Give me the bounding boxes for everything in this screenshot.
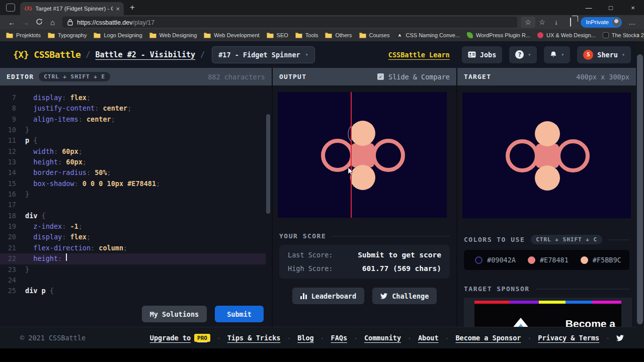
color-swatch[interactable]: #E78481 (528, 256, 569, 264)
bookmark-item[interactable]: Courses (359, 32, 390, 38)
tab-close-icon[interactable]: × (116, 6, 120, 12)
code-line[interactable]: 15 box-shadow: 0 0 0 10px #E78481; (0, 178, 266, 189)
learn-link[interactable]: CSSBattle Learn (388, 51, 450, 59)
line-number: 9 (0, 114, 16, 125)
code-token: ; (107, 167, 111, 178)
target-render (462, 93, 631, 218)
downloads-icon[interactable]: ↓ (549, 18, 564, 26)
code-line[interactable]: 9 align-items: center; (0, 114, 266, 125)
target-canvas[interactable] (462, 93, 631, 218)
close-button[interactable]: × (622, 0, 644, 15)
address-bar[interactable]: https://cssbattle.dev/play/17 (62, 17, 517, 28)
maximize-button[interactable]: □ (600, 0, 622, 15)
page-scrollbar[interactable] (636, 41, 644, 348)
footer-link[interactable]: Blog (297, 334, 314, 342)
code-line[interactable]: 12 width: 60px; (0, 146, 266, 157)
bookmark-item[interactable]: Web Development (204, 32, 259, 38)
bookmark-item[interactable]: WordPress Plugin R... (467, 32, 530, 38)
footer-links: Upgrade toPRO·Tips & Tricks·Blog·FAQs·Co… (150, 334, 624, 342)
window-controls: — □ × (578, 0, 644, 15)
level-select-dropdown[interactable]: #17 - Fidget Spinner ▾ (212, 46, 315, 63)
code-editor[interactable]: 7 display: flex;8 justify-content: cente… (0, 85, 266, 297)
code-line[interactable]: 16} (0, 189, 266, 200)
code-line[interactable]: 11p { (0, 135, 266, 146)
favorites-bar-icon[interactable]: ☆ (535, 18, 549, 26)
footer-link[interactable]: Become a Sponsor (455, 334, 521, 342)
code-line[interactable]: 24 (0, 275, 266, 286)
code-line[interactable]: 23} (0, 264, 266, 275)
editor-scrollbar[interactable] (266, 114, 270, 214)
output-canvas[interactable] (278, 92, 447, 218)
footer-link[interactable]: Community (364, 334, 401, 342)
home-icon[interactable]: ⌂ (46, 18, 59, 27)
slide-compare-label[interactable]: Slide & Compare (388, 73, 450, 81)
footer-link-label: About (418, 334, 439, 342)
my-solutions-button[interactable]: My Solutions (142, 306, 207, 322)
footer-link[interactable]: About (418, 334, 439, 342)
slide-compare-checkbox[interactable]: ✓ (377, 73, 384, 80)
code-line[interactable]: 8 justify-content: center; (0, 103, 266, 114)
bookmark-item[interactable]: SEO (267, 32, 288, 38)
submit-button[interactable]: Submit (215, 306, 264, 322)
battle-breadcrumb-link[interactable]: Battle #2 - Visibility (95, 50, 195, 59)
code-token: width (25, 146, 54, 157)
color-swatch[interactable]: #F5BB9C (581, 256, 621, 264)
code-token: ; (83, 157, 87, 167)
code-line[interactable]: 22 height: (0, 253, 266, 264)
sponsor-banner[interactable]: Become a (464, 298, 632, 327)
code-token: p (25, 135, 29, 146)
bookmark-item[interactable]: Tools (295, 32, 318, 38)
bookmarks-overflow-icon[interactable]: › (637, 31, 639, 39)
code-line[interactable]: 21 flex-direction: column; (0, 243, 266, 253)
bookmark-item[interactable]: Web Designing (149, 32, 197, 38)
code-line[interactable]: 7 display: flex; (0, 93, 266, 103)
minimize-button[interactable]: — (578, 0, 600, 15)
code-line[interactable]: 13 height: 60px; (0, 157, 266, 167)
collections-icon[interactable] (564, 18, 578, 26)
bookmark-item[interactable]: Typography (48, 32, 87, 38)
bookmark-item[interactable]: UX & Web Design... (537, 32, 596, 38)
user-menu[interactable]: S Sheru ▾ (577, 46, 631, 63)
browser-tab[interactable]: {X} Target #17 (Fidget Spinner) - CS × (20, 2, 124, 15)
challenge-button[interactable]: Challenge (372, 288, 437, 304)
code-token: : (62, 232, 70, 242)
footer-link[interactable]: Privacy & Terms (538, 334, 599, 342)
bookmark-item[interactable]: Others (325, 32, 352, 38)
score-row: Last Score:Submit to get score (288, 251, 441, 259)
code-line[interactable]: 20 display: flex; (0, 232, 266, 242)
twitter-icon[interactable] (616, 335, 624, 341)
scrollbar-thumb[interactable] (637, 54, 643, 324)
help-dropdown[interactable]: ? ▾ (509, 46, 537, 63)
code-line[interactable]: 17 (0, 200, 266, 210)
code-line[interactable]: 18div { (0, 211, 266, 221)
footer-separator: · (217, 334, 221, 342)
footer-link[interactable]: FAQs (331, 334, 348, 342)
forward-icon[interactable]: → (19, 18, 32, 27)
leaderboard-button[interactable]: Leaderboard (292, 288, 364, 304)
bookmark-item[interactable]: Projektots (6, 32, 41, 38)
more-menu-icon[interactable]: … (625, 18, 639, 26)
favorite-star-icon[interactable]: ☆ (521, 17, 535, 28)
code-line[interactable]: 10} (0, 125, 266, 135)
cssbattle-logo[interactable]: {X} CSSBattle (13, 49, 80, 60)
code-line[interactable]: 25div p { (0, 286, 266, 296)
bookmark-label: Tools (305, 32, 318, 38)
footer-link[interactable]: Tips & Tricks (227, 334, 281, 342)
code-token: height (25, 157, 58, 167)
back-icon[interactable]: ← (5, 18, 19, 27)
color-swatch[interactable]: #09042A (475, 256, 516, 264)
code-token: 60px (66, 157, 83, 167)
code-line[interactable]: 14 border-radius: 50%; (0, 167, 266, 178)
new-tab-button[interactable]: + (130, 3, 135, 13)
profile-avatar-icon (612, 18, 620, 26)
bookmark-item[interactable]: Logo Designing (94, 32, 142, 38)
footer-link[interactable]: Upgrade toPRO (150, 334, 210, 342)
code-token: 0 0 0 10px #E78481 (83, 178, 156, 189)
code-line[interactable]: 19 z-index: -1; (0, 221, 266, 232)
refresh-icon[interactable] (32, 18, 46, 27)
inprivate-badge[interactable]: InPrivate (581, 17, 622, 28)
notifications-dropdown[interactable]: ▾ (544, 46, 570, 63)
jobs-button[interactable]: Jobs (462, 46, 503, 63)
tab-actions-icon[interactable] (6, 4, 15, 12)
bookmark-item[interactable]: ACSS Naming Conve... (396, 32, 460, 38)
